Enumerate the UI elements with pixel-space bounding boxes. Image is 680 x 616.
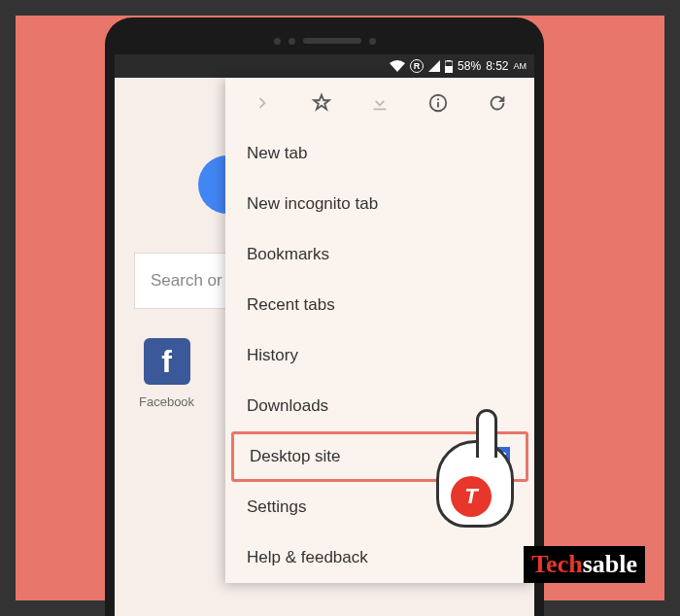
- pointer-hand-graphic: T: [436, 440, 514, 528]
- menu-help[interactable]: Help & feedback: [225, 532, 534, 583]
- watermark: Techsable: [524, 546, 645, 583]
- refresh-icon[interactable]: [486, 91, 509, 115]
- menu-bookmarks[interactable]: Bookmarks: [225, 229, 534, 280]
- facebook-icon: f: [144, 338, 190, 385]
- forward-icon[interactable]: [251, 91, 274, 115]
- shortcut-facebook[interactable]: f Facebook: [139, 338, 194, 409]
- techsable-badge: T: [451, 476, 492, 517]
- svg-rect-2: [447, 60, 451, 61]
- download-icon[interactable]: [368, 91, 391, 115]
- clock-ampm: AM: [514, 61, 527, 71]
- menu-history[interactable]: History: [225, 330, 534, 381]
- wifi-icon: [390, 60, 405, 72]
- svg-rect-5: [437, 102, 439, 108]
- battery-icon: [445, 60, 453, 73]
- phone-speaker: [115, 27, 534, 54]
- star-icon[interactable]: [310, 91, 333, 115]
- menu-new-incognito[interactable]: New incognito tab: [225, 179, 534, 229]
- svg-point-4: [437, 98, 439, 100]
- signal-icon: [428, 60, 440, 72]
- menu-recent-tabs[interactable]: Recent tabs: [225, 280, 534, 330]
- info-icon[interactable]: [426, 91, 450, 115]
- shortcut-label: Facebook: [139, 394, 194, 409]
- menu-new-tab[interactable]: New tab: [225, 128, 534, 179]
- tutorial-frame: R 58% 8:52 AM Search or f Facebook: [16, 16, 664, 600]
- roaming-icon: R: [410, 59, 424, 73]
- clock-time: 8:52: [486, 59, 508, 73]
- status-bar: R 58% 8:52 AM: [115, 54, 534, 78]
- svg-rect-1: [445, 66, 453, 73]
- phone-screen: R 58% 8:52 AM Search or f Facebook: [115, 54, 534, 616]
- battery-percent: 58%: [458, 59, 481, 73]
